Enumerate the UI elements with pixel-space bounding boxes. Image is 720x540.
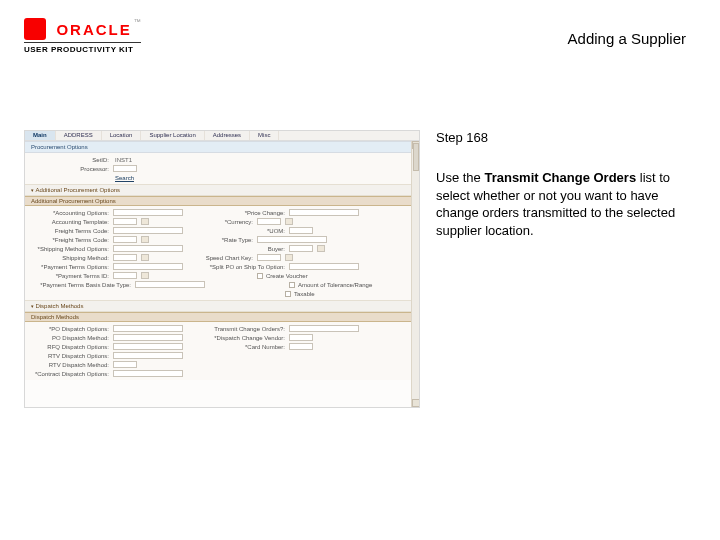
lbl: *Freight Terms Code: (25, 237, 113, 243)
processor-label: Processor: (25, 166, 113, 172)
uom-field[interactable] (289, 227, 313, 234)
taxable-checkbox[interactable] (285, 291, 291, 297)
section-dispatch-methods[interactable]: Dispatch Methods (25, 300, 419, 312)
tab-location[interactable]: Location (102, 131, 142, 140)
slide: ORACLE™ USER PRODUCTIVITY KIT Adding a S… (0, 0, 720, 540)
currency-field[interactable] (257, 218, 281, 225)
lbl: *Payment Terms ID: (25, 273, 113, 279)
lbl: *Payment Terms Options: (25, 264, 113, 270)
lookup-icon[interactable] (141, 254, 149, 261)
lookup-icon[interactable] (285, 218, 293, 225)
search-link[interactable]: Search (113, 175, 134, 181)
tab-addresses[interactable]: Addresses (205, 131, 250, 140)
chk-lbl: Taxable (294, 291, 315, 297)
tab-misc[interactable]: Misc (250, 131, 279, 140)
freight-terms-options-field[interactable] (113, 227, 183, 234)
lbl: *Dispatch Change Vendor: (205, 335, 289, 341)
lbl: *Accounting Options: (25, 210, 113, 216)
oracle-logo: ORACLE™ USER PRODUCTIVITY KIT (24, 18, 141, 54)
tab-address[interactable]: ADDRESS (56, 131, 102, 140)
setid-value: INST1 (113, 157, 132, 163)
subband-dispatch-methods: Dispatch Methods (25, 312, 419, 322)
page-title: Adding a Supplier (568, 30, 686, 47)
speedchart-field[interactable] (257, 254, 281, 261)
section1-body: *Accounting Options:*Price Change: Accou… (25, 206, 419, 300)
rtv-dispatch-options-field[interactable] (113, 352, 183, 359)
lbl: RFQ Dispatch Options: (25, 344, 113, 350)
price-change-field[interactable] (289, 209, 359, 216)
setid-label: SetID: (25, 157, 113, 163)
payment-basis-date-field[interactable] (135, 281, 205, 288)
create-voucher-checkbox[interactable] (257, 273, 263, 279)
payment-terms-id-field[interactable] (113, 272, 137, 279)
lbl: *Price Change: (205, 210, 289, 216)
scrollbar[interactable] (411, 141, 419, 407)
transmit-change-orders-field[interactable] (289, 325, 359, 332)
scroll-thumb[interactable] (413, 143, 419, 171)
logo-mark-icon (24, 18, 46, 40)
lbl: Shipping Method: (25, 255, 113, 261)
instr-bold: Transmit Change Orders (484, 170, 636, 185)
accounting-options-field[interactable] (113, 209, 183, 216)
lbl: Transmit Change Orders?: (205, 326, 289, 332)
lbl: Accounting Template: (25, 219, 113, 225)
lookup-icon[interactable] (141, 272, 149, 279)
tab-main[interactable]: Main (25, 131, 56, 140)
lbl: RTV Dispatch Method: (25, 362, 113, 368)
lookup-icon[interactable] (285, 254, 293, 261)
band-procurement: Procurement Options (25, 141, 419, 153)
section2-body: *PO Dispatch Options:Transmit Change Ord… (25, 322, 419, 380)
payment-terms-options-field[interactable] (113, 263, 183, 270)
lbl: Speed Chart Key: (173, 255, 257, 261)
split-po-field[interactable] (289, 263, 359, 270)
po-dispatch-method-field[interactable] (113, 334, 183, 341)
lbl: RTV Dispatch Options: (25, 353, 113, 359)
lbl: *Payment Terms Basis Date Type: (25, 282, 135, 288)
contract-dispatch-options-field[interactable] (113, 370, 183, 377)
lbl: *PO Dispatch Options: (25, 326, 113, 332)
chk-lbl: Create Voucher (266, 273, 308, 279)
chk-lbl: Amount of Tolerance/Range (298, 282, 372, 288)
lbl: Freight Terms Code: (25, 228, 113, 234)
lbl: PO Dispatch Method: (25, 335, 113, 341)
lbl: *Rate Type: (173, 237, 257, 243)
subband-additional-procurement: Additional Procurement Options (25, 196, 419, 206)
tab-supplier-location[interactable]: Supplier Location (141, 131, 204, 140)
logo-tm: ™ (134, 18, 141, 25)
instruction-text: Use the Transmit Change Orders list to s… (436, 169, 684, 239)
tab-bar: Main ADDRESS Location Supplier Location … (25, 131, 419, 141)
rtv-dispatch-method-field[interactable] (113, 361, 137, 368)
lookup-icon[interactable] (141, 236, 149, 243)
app-screenshot: Main ADDRESS Location Supplier Location … (24, 130, 420, 408)
shipping-method-field[interactable] (113, 254, 137, 261)
logo-word: ORACLE (56, 21, 131, 38)
lbl: *Contract Dispatch Options: (25, 371, 113, 377)
scroll-down-icon[interactable] (412, 399, 420, 407)
info-block: SetID: INST1 Processor: Search (25, 153, 419, 184)
lbl: *UOM: (205, 228, 289, 234)
lbl: *Split PO on Ship To Option: (205, 264, 289, 270)
dispatch-change-vendor-field[interactable] (289, 334, 313, 341)
shipping-method-options-field[interactable] (113, 245, 183, 252)
lbl: *Shipping Method Options: (25, 246, 113, 252)
lookup-icon[interactable] (317, 245, 325, 252)
processor-field[interactable] (113, 165, 137, 172)
tolerance-checkbox[interactable] (289, 282, 295, 288)
lbl: Buyer: (205, 246, 289, 252)
rfq-dispatch-options-field[interactable] (113, 343, 183, 350)
accounting-template-field[interactable] (113, 218, 137, 225)
lbl: *Card Number: (205, 344, 289, 350)
lookup-icon[interactable] (141, 218, 149, 225)
section-additional-procurement[interactable]: Additional Procurement Options (25, 184, 419, 196)
card-number-field[interactable] (289, 343, 313, 350)
lbl: *Currency: (173, 219, 257, 225)
instruction-panel: Step 168 Use the Transmit Change Orders … (436, 130, 684, 239)
rate-type-field[interactable] (257, 236, 327, 243)
step-label: Step 168 (436, 130, 684, 145)
buyer-field[interactable] (289, 245, 313, 252)
logo-subtitle: USER PRODUCTIVITY KIT (24, 42, 141, 54)
po-dispatch-options-field[interactable] (113, 325, 183, 332)
freight-terms-code-field[interactable] (113, 236, 137, 243)
instr-pre: Use the (436, 170, 484, 185)
